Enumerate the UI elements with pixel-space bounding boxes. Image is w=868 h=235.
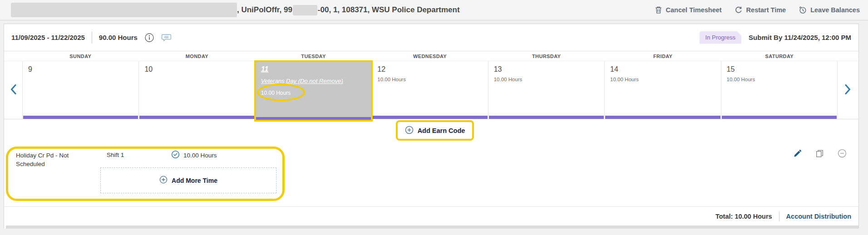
day-progress-bar [23,116,138,119]
cancel-timesheet-button[interactable]: Cancel Timesheet [655,6,722,14]
holiday-label: Veterans Day (Do not Remove) [261,78,367,84]
day-number: 9 [28,65,134,73]
redacted-employee-name [11,3,237,17]
add-more-time-label: Add More Time [172,177,217,184]
submit-by-text: Submit By 11/24/2025, 12:00 PM [749,34,851,41]
day-cell-15[interactable]: 15 10.00 Hours [721,61,838,119]
status-badge: In Progress [700,31,741,44]
trash-icon [655,6,662,14]
day-number: 14 [610,65,716,73]
dayname-saturday: SATURDAY [721,51,838,61]
add-more-time-inner: Add More Time [159,176,217,185]
day-number: 12 [377,65,483,73]
day-hours: 10.00 Hours [727,77,833,82]
day-number: 11 [261,65,367,73]
title-text-suffix: -00, 1, 108371, WSU Police Department [318,5,460,15]
copy-icon[interactable] [815,149,824,158]
day-number: 15 [727,65,833,73]
dayname-thursday: THURSDAY [488,51,605,61]
account-distribution-link[interactable]: Account Distribution [786,213,851,220]
comment-icon[interactable] [161,33,172,43]
dayname-wednesday: WEDNESDAY [372,51,488,61]
next-week-button[interactable] [838,61,858,119]
clock-history-icon [799,6,807,14]
day-cell-14[interactable]: 14 10.00 Hours [604,61,720,119]
chevron-right-icon [844,84,851,97]
totals-row: Total: 10.00 Hours Account Distribution [4,207,858,225]
day-hours: 10.00 Hours [377,77,483,82]
gutter [838,51,858,61]
horizontal-scrollbar-thumb[interactable] [6,225,858,229]
entry-hours-value: 10.00 Hours [183,152,217,159]
plus-circle-icon [405,126,414,136]
calendar-week-row: 9 10 11 Veterans Day (Do not Remove) 10.… [4,61,858,119]
entry-action-icons [793,149,847,158]
add-earn-code-row: Add Earn Code [4,119,858,142]
day-name-header-row: SUNDAY MONDAY TUESDAY WEDNESDAY THURSDAY… [4,51,858,61]
earn-code-entry-section: Holiday Cr Pd - Not Scheduled Shift 1 10… [4,142,858,207]
day-progress-bar [489,116,604,119]
shift-label: Shift 1 [107,152,124,158]
timesheet-header: , UniPolOffr, 99-00, 1, 108371, WSU Poli… [0,0,868,20]
day-progress-bar [722,116,837,119]
day-progress-bar [256,117,371,120]
header-actions: Cancel Timesheet Restart Time Leave Bala… [655,6,860,14]
status-area: In Progress Submit By 11/24/2025, 12:00 … [700,31,851,44]
restart-time-label: Restart Time [746,6,786,14]
horizontal-scrollbar-track [4,225,858,229]
pay-period-range: 11/09/2025 - 11/22/2025 [11,34,85,41]
redacted-position-number [293,5,317,15]
day-cell-9[interactable]: 9 [22,61,138,119]
divider [92,32,92,44]
plus-circle-icon [159,176,168,185]
day-hours: 10.00 Hours [610,77,716,82]
restart-time-button[interactable]: Restart Time [735,6,786,14]
period-row: 11/09/2025 - 11/22/2025 90.00 Hours In P… [4,24,858,51]
day-progress-bar [139,116,254,119]
remove-minus-circle-icon[interactable] [838,149,847,158]
period-total-hours: 90.00 Hours [99,34,138,41]
title-text-mid: , UniPolOffr, 99 [237,5,292,15]
chevron-left-icon [10,84,17,97]
clock-check-icon [171,150,180,160]
day-cell-13[interactable]: 13 10.00 Hours [488,61,604,119]
leave-balances-label: Leave Balances [810,6,860,14]
dayname-sunday: SUNDAY [22,51,139,61]
info-icon[interactable] [144,33,154,43]
add-earn-code-label: Add Earn Code [418,127,465,134]
day-number: 13 [494,65,600,73]
day-number: 10 [144,65,250,73]
dayname-monday: MONDAY [139,51,256,61]
add-earn-code-button[interactable]: Add Earn Code [405,126,465,136]
total-hours-label: Total: 10.00 Hours [715,213,772,220]
add-more-time-button[interactable]: Add More Time [100,167,276,193]
gutter [4,51,22,61]
restart-icon [735,6,743,14]
day-hours: 10.00 Hours [494,77,600,82]
cancel-timesheet-label: Cancel Timesheet [666,6,722,14]
page-title: , UniPolOffr, 99-00, 1, 108371, WSU Poli… [11,3,460,17]
timesheet-panel: 11/09/2025 - 11/22/2025 90.00 Hours In P… [4,24,859,228]
divider [779,211,779,221]
day-cell-10[interactable]: 10 [138,61,255,119]
previous-week-button[interactable] [4,61,22,119]
earn-code-name: Holiday Cr Pd - Not Scheduled [16,152,94,169]
dayname-tuesday: TUESDAY [255,51,372,61]
edit-pencil-icon[interactable] [793,149,802,158]
period-info: 11/09/2025 - 11/22/2025 90.00 Hours [11,32,172,44]
day-progress-bar [605,116,720,119]
day-cell-11-selected[interactable]: 11 Veterans Day (Do not Remove) 10.00 Ho… [255,61,371,120]
day-cell-12[interactable]: 12 10.00 Hours [371,61,488,119]
day-progress-bar [372,116,487,119]
dayname-friday: FRIDAY [605,51,721,61]
leave-balances-button[interactable]: Leave Balances [799,6,860,14]
day-hours: 10.00 Hours [261,90,367,96]
entry-hours: 10.00 Hours [171,150,217,160]
